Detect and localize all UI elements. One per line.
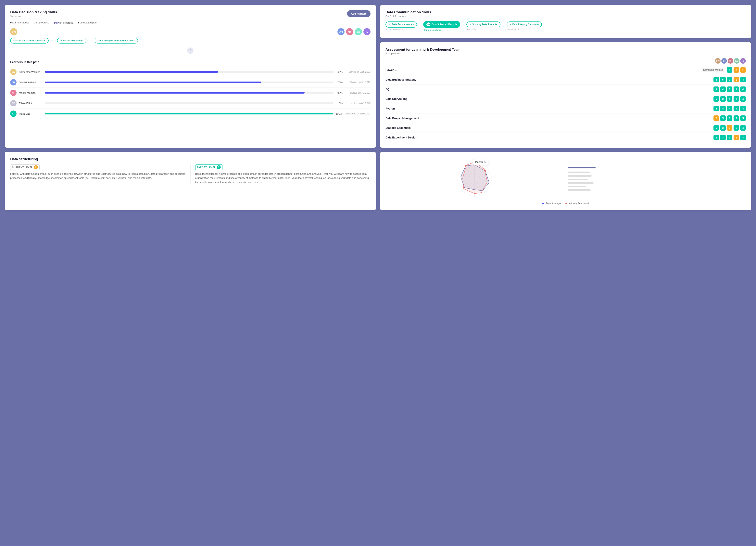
radar-chart: [453, 157, 496, 200]
score-badge: 5: [734, 125, 739, 131]
data-communication-card: Data Communication Skills On 0 of 4 cour…: [380, 5, 751, 38]
assess-row: Python 5 4 4 4 4: [385, 104, 746, 113]
course-steps: ✓ Data Fundamentals Completed Dec 2023 ·…: [385, 21, 746, 31]
step-date: Current Enrollment: [423, 29, 442, 31]
assess-avatar: MF: [728, 58, 733, 64]
progress-fill: [45, 113, 333, 114]
step-label: Data Science Lifecycle: [432, 23, 457, 26]
svg-point-12: [465, 165, 466, 167]
card-title: Data Communication Skills: [385, 10, 746, 14]
radar-line-7: [568, 189, 591, 191]
avatar: SW: [10, 28, 17, 35]
score-badge: 1: [734, 135, 739, 140]
score-badge: 4: [713, 77, 719, 82]
assess-scores: 5 3 2 5 4: [713, 125, 746, 131]
step-item: + Scoping Data Projects Feb 2024: [466, 21, 500, 31]
radar-line-2: [568, 171, 590, 173]
learner-name: Inara Das: [19, 112, 43, 115]
score-badge: 5: [720, 77, 726, 82]
assessment-table: Power BI Samantha Wallace 3 2 1 Data Bus…: [385, 65, 746, 142]
stat-completed: 1 completed path: [78, 21, 97, 24]
progress-pct: 75%: [336, 81, 343, 84]
current-level-num: 2: [34, 165, 38, 169]
radar-wrap: Power BI: [385, 157, 563, 200]
step-pill-upcoming[interactable]: + Data Literacy Capstone: [507, 21, 542, 27]
learner-row: ID Inara Das 100% Completed on 3/30/2023: [10, 108, 371, 119]
learner-name: Mark Freeman: [19, 91, 43, 94]
score-badge: 4: [720, 106, 726, 111]
learner-avatar: ID: [10, 110, 17, 117]
step-label: Data Fundamentals: [392, 23, 414, 26]
step-connector: ····: [500, 23, 507, 27]
score-badge: 2: [727, 125, 732, 131]
level-divider: [190, 164, 191, 184]
card-title: Data Decision Making Skills: [10, 10, 57, 14]
score-badge: 4: [740, 125, 746, 131]
current-level-label: CURRENT LEVEL: [12, 166, 33, 168]
learners-section-title: Learners in this path: [10, 60, 371, 64]
add-learners-button[interactable]: Add learners: [347, 10, 371, 17]
right-column: Data Communication Skills On 0 of 4 cour…: [380, 5, 751, 148]
score-badge: 5: [740, 115, 746, 121]
check-icon: ✓: [389, 23, 391, 26]
score-badge: 4: [727, 106, 732, 111]
step-pill-upcoming[interactable]: + Scoping Data Projects: [466, 21, 500, 27]
score-badge: 5: [720, 115, 726, 121]
target-level-label: TARGET LEVEL: [197, 166, 216, 168]
current-level-col: CURRENT LEVEL 2 Familiar with data funda…: [10, 164, 186, 184]
data-structuring-card: Data Structuring CURRENT LEVEL 2 Familia…: [5, 152, 376, 210]
progress-bar: [45, 92, 333, 94]
skill-name: Data Project Management: [385, 117, 713, 120]
score-badge: 3: [713, 135, 719, 140]
current-level-desc: Familiar with data fundamentals, such as…: [10, 172, 186, 180]
data-decision-card: Data Decision Making Skills 3 courses Ad…: [5, 5, 376, 148]
step-avatar: SW: [426, 22, 430, 26]
assess-scores: 3 4 3 3 4: [713, 86, 746, 92]
score-badge: 3: [727, 77, 732, 82]
plus-icon: +: [510, 23, 511, 26]
score-badge: 4: [734, 106, 739, 111]
skill-name: SQL: [385, 88, 713, 91]
svg-point-10: [473, 164, 475, 166]
assess-row: Statistic Essentials 5 3 2 5 4: [385, 123, 746, 133]
radar-line-5: [568, 182, 594, 184]
stats-row: 5 learners added 3 in progress 60% in pr…: [10, 21, 371, 24]
score-badge: 4: [740, 96, 746, 102]
collapse-button[interactable]: ⌃: [187, 47, 194, 54]
legend-dot-red: [565, 203, 567, 204]
assess-scores: 5 3 4 3 4: [713, 96, 746, 102]
assess-scores: 4 5 3 2 4: [713, 77, 746, 82]
step-item: ✓ Data Fundamentals Completed Dec 2023: [385, 21, 417, 31]
assess-avatar: JH: [721, 58, 727, 64]
step-item: + Data Literacy Capstone March 2024: [507, 21, 542, 31]
avatar: ID: [363, 28, 371, 35]
step-pill-completed[interactable]: ✓ Data Fundamentals: [385, 21, 417, 28]
path-pill-1[interactable]: Data Analysis Fundamentals: [10, 38, 49, 44]
assessment-title: Assessment for Learning & Development Te…: [385, 48, 746, 52]
card-title: Data Structuring: [10, 157, 371, 161]
target-level-desc: Basic techniques for how to organize and…: [195, 172, 371, 184]
score-badge: 4: [740, 77, 746, 82]
progress-pct: 90%: [336, 91, 343, 94]
avatar-row: SW JH MF EE ID: [10, 28, 371, 35]
path-pill-3[interactable]: Data Analysis with Spreadsheets: [95, 38, 138, 44]
score-badge: 3: [727, 67, 732, 73]
learner-row: JH Joel Hinterland 75% Started on 3/1/20…: [10, 77, 371, 88]
progress-bar: [45, 113, 333, 114]
score-badge: 3: [734, 86, 739, 92]
assessment-subtitle: 5 employees: [385, 52, 746, 55]
assessment-card: Assessment for Learning & Development Te…: [380, 42, 751, 148]
assess-row: Data Storytelling 5 3 4 3 4: [385, 94, 746, 104]
progress-date: Started on 3/1/2023: [345, 81, 371, 84]
stat-in-progress: 3 in progress: [34, 21, 49, 24]
score-badge: 3: [727, 115, 732, 121]
progress-date: Started on 3/1/2023: [345, 91, 371, 94]
step-label: Data Literacy Capstone: [512, 23, 539, 26]
path-pill-2[interactable]: Statistics Essentials: [57, 38, 86, 44]
plus-icon: +: [470, 23, 471, 26]
score-badge: 4: [740, 86, 746, 92]
step-date: March 2024: [507, 28, 519, 31]
progress-pct: 60%: [336, 70, 343, 73]
assess-row: Data Business Strategy 4 5 3 2 4: [385, 75, 746, 84]
step-pill-active[interactable]: SW Data Science Lifecycle: [423, 21, 460, 28]
